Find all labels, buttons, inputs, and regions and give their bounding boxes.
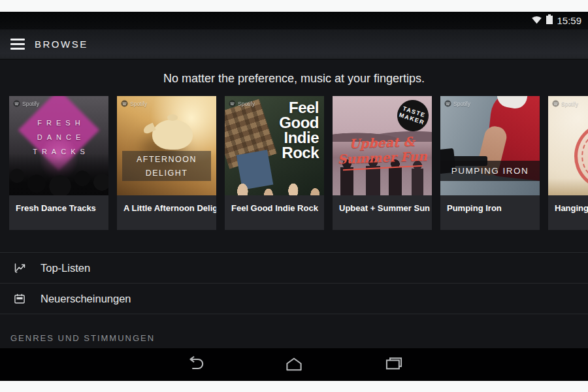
playlist-card-fresh-dance-tracks[interactable]: Spotify FRESH DANCE TRACKS Fresh Dance T… <box>9 96 108 230</box>
browse-content: No matter the preference, music at your … <box>0 59 588 348</box>
playlist-cover-art: Upbeat & Summer Fun TASTE MAKER <box>333 96 432 195</box>
home-button[interactable] <box>281 348 307 381</box>
playlist-cover-art: Spotify FRESH DANCE TRACKS <box>9 96 108 195</box>
playlist-title: Pumping Iron <box>440 195 540 230</box>
status-bar: 15:59 <box>0 12 588 29</box>
spotify-logo-icon: Spotify <box>552 100 578 107</box>
app-screen: 15:59 BROWSE No matter the preference, m… <box>0 12 588 381</box>
playlist-card-row: Spotify FRESH DANCE TRACKS Fresh Dance T… <box>9 96 588 230</box>
playlist-title: Feel Good Indie Rock <box>225 195 324 230</box>
playlist-title: Upbeat + Summer Sun <box>333 195 432 230</box>
playlist-title: Hanging Out <box>548 195 588 230</box>
cover-overlay-text: Feel Good Indie Rock <box>279 100 319 160</box>
playlist-cover-art: Spotify Feel Good Indie Rock <box>225 96 324 195</box>
playlist-title: A Little Afternoon Delight <box>117 195 216 230</box>
cover-overlay-text: Upbeat & Summer Fun <box>333 133 432 170</box>
playlist-cover-art: Spotify PUMPING IRON <box>440 96 540 195</box>
page-title: BROWSE <box>35 39 88 50</box>
section-header-genres: GENRES UND STIMMUNGEN <box>10 333 155 343</box>
app-bar: BROWSE <box>0 29 588 59</box>
device-frame: 15:59 BROWSE No matter the preference, m… <box>0 0 588 392</box>
calendar-icon <box>13 292 29 305</box>
playlist-cover-art: Spotify <box>548 96 588 195</box>
cover-overlay-text: PUMPING IRON <box>440 161 540 181</box>
playlist-card-feel-good-indie-rock[interactable]: Spotify Feel Good Indie Rock Feel Good I… <box>225 96 324 230</box>
recents-icon <box>385 356 403 374</box>
playlist-title: Fresh Dance Tracks <box>9 195 108 230</box>
list-item-label: Top-Listen <box>41 262 90 274</box>
browse-link-list: Top-Listen Neuerscheinungen <box>0 252 588 314</box>
cover-overlay-text: FRESH DANCE TRACKS <box>9 116 108 159</box>
crowd-silhouette-graphic <box>9 154 108 195</box>
trending-chart-icon <box>13 261 29 275</box>
spotify-logo-icon: Spotify <box>13 100 39 107</box>
back-icon <box>185 355 204 374</box>
spotify-logo-icon: Spotify <box>444 100 470 107</box>
status-cluster: 15:59 <box>531 12 581 29</box>
list-item-neuerscheinungen[interactable]: Neuerscheinungen <box>0 283 588 314</box>
back-button[interactable] <box>182 348 208 381</box>
recents-button[interactable] <box>381 348 407 381</box>
android-nav-bar <box>0 348 588 381</box>
playlist-card-afternoon-delight[interactable]: Spotify AFTERNOON DELIGHT A Little After… <box>117 96 216 230</box>
list-item-label: Neuerscheinungen <box>41 293 131 305</box>
cover-overlay-text: AFTERNOON DELIGHT <box>122 151 211 181</box>
playlist-card-hanging-out[interactable]: Spotify Hanging Out <box>548 96 588 230</box>
browse-headline: No matter the preference, music at your … <box>0 72 588 86</box>
spotify-logo-icon: Spotify <box>229 100 255 107</box>
teapot-graphic <box>152 120 193 150</box>
status-time: 15:59 <box>557 15 581 26</box>
wifi-icon <box>531 15 542 27</box>
list-item-top-listen[interactable]: Top-Listen <box>0 252 588 283</box>
home-icon <box>285 356 303 374</box>
hamburger-menu-icon[interactable] <box>10 39 25 50</box>
spotify-logo-icon: Spotify <box>121 100 147 107</box>
playlist-cover-art: Spotify AFTERNOON DELIGHT <box>117 96 216 195</box>
playlist-card-pumping-iron[interactable]: Spotify PUMPING IRON Pumping Iron <box>440 96 540 230</box>
playlist-card-upbeat-summer-sun[interactable]: Upbeat & Summer Fun TASTE MAKER Upbeat +… <box>333 96 432 230</box>
battery-icon <box>546 14 553 27</box>
